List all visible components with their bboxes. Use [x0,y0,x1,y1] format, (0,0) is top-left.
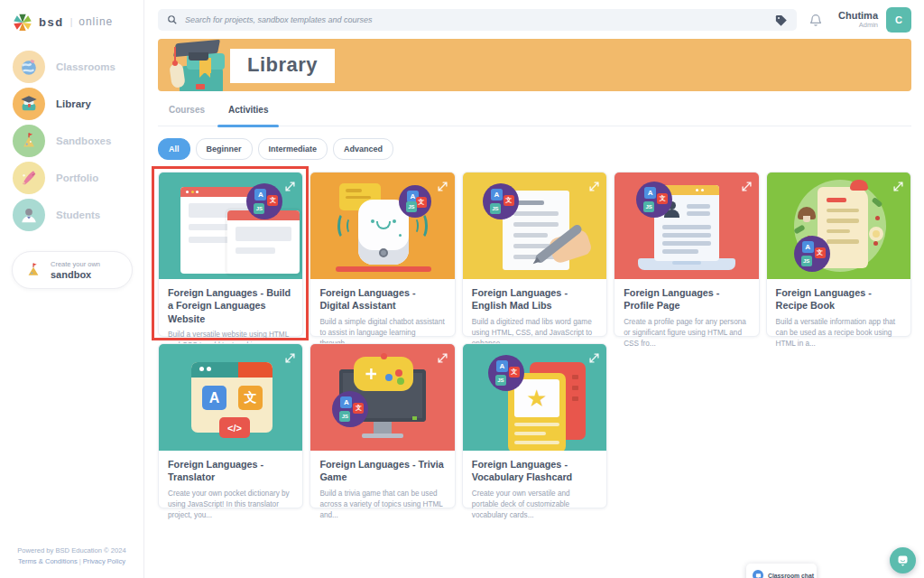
create-sandbox-label: Create your own sandbox [51,260,100,280]
card-illustration: A文</> [159,344,302,451]
brand-divider: | [70,17,73,27]
footer-separator: | [79,557,81,565]
expand-icon[interactable] [438,350,448,360]
sandcastle-icon [24,261,42,279]
card-title: Foreign Languages - Translator [168,458,293,484]
sidebar: bsd | online ClassroomsLibrarySandboxesP… [0,0,144,578]
card-title: Foreign Languages - Digital Assistant [319,286,445,312]
card-title: Foreign Languages - English Mad Libs [472,286,597,312]
expand-icon[interactable] [893,179,903,189]
card-title: Foreign Languages - Profile Page [624,286,749,312]
language-badge-icon: A文JS [636,182,672,218]
card-illustration: A文JS [310,172,454,279]
user-info: Chutima Admin [838,10,878,29]
page-title-box: Library [230,49,335,83]
filter-chip-beginner[interactable]: Beginner [196,138,253,160]
language-badge-icon: A文JS [488,355,524,391]
card-body: Foreign Languages - Trivia GameBuild a t… [310,451,454,521]
classroom-chat-popup[interactable]: Classroom chat [746,564,817,578]
sidebar-item-classrooms[interactable]: Classrooms [0,48,143,85]
sidebar-item-label: Library [56,98,91,109]
card-body: Foreign Languages - Vocabulary Flashcard… [463,451,606,521]
sidebar-item-portfolio[interactable]: Portfolio [0,159,143,196]
sidebar-nav: ClassroomsLibrarySandboxesPortfolioStude… [0,48,143,233]
students-icon [13,199,45,231]
card-title: Foreign Languages - Recipe Book [776,286,901,312]
page-title: Library [247,53,318,76]
card-illustration: A文JS [767,172,910,279]
language-badge-icon: A文JS [794,236,830,272]
search-icon [167,14,178,25]
privacy-link[interactable]: Privacy Policy [83,557,125,565]
tab-activities[interactable]: Activities [228,105,268,126]
filter-chip-advanced[interactable]: Advanced [333,138,393,160]
expand-icon[interactable] [589,350,599,360]
activity-card[interactable]: A文JSForeign Languages - Digital Assistan… [310,172,455,337]
filter-chip-intermediate[interactable]: Intermediate [258,138,328,160]
card-illustration: A文JS [159,172,302,279]
card-illustration: A文JS [614,172,758,279]
activity-card[interactable]: A文JSForeign Languages - Trivia GameBuild… [310,343,455,508]
search-input[interactable] [185,15,767,24]
avatar[interactable]: C [886,7,911,33]
activity-card[interactable]: ★A文JSForeign Languages - Vocabulary Flas… [462,343,607,508]
classroom-chat-label: Classroom chat [768,573,814,578]
filter-chip-all[interactable]: All [158,138,190,160]
card-title: Foreign Languages - Trivia Game [319,458,445,484]
card-title: Foreign Languages - Build a Foreign Lang… [168,286,293,325]
activity-card[interactable]: A文JSForeign Languages - English Mad Libs… [462,172,607,337]
language-badge-icon: A文JS [399,185,431,218]
sidebar-item-sandboxes[interactable]: Sandboxes [0,122,143,159]
brand-name-light: online [79,15,113,28]
activity-card[interactable]: A文JSForeign Languages - Profile PageCrea… [614,172,759,337]
main-content: Chutima Admin C Library CoursesActivitie… [145,0,924,578]
brand-name-bold: bsd [39,15,64,29]
sidebar-item-label: Classrooms [56,61,116,72]
expand-icon[interactable] [285,179,295,189]
card-description: Build a versatile information app that c… [776,317,901,350]
card-illustration: ★A文JS [463,344,606,451]
chat-launcher-button[interactable] [890,547,916,573]
card-description: Create a profile page for any persona or… [624,317,749,350]
library-banner: Library [158,39,911,91]
card-illustration: A文JS [463,172,606,279]
sandboxes-icon [13,125,45,157]
search-bar[interactable] [158,9,797,31]
expand-icon[interactable] [285,350,295,360]
card-description: Create your own pocket dictionary by usi… [168,489,293,522]
user-role: Admin [838,22,878,30]
create-sandbox-line1: Create your own [51,260,100,268]
card-body: Foreign Languages - English Mad LibsBuil… [463,279,606,350]
brand-logo[interactable]: bsd | online [0,0,143,32]
expand-icon[interactable] [438,179,448,189]
topbar: Chutima Admin C [145,0,924,39]
tab-courses[interactable]: Courses [169,105,205,126]
portfolio-icon [13,162,45,194]
card-body: Foreign Languages - Profile PageCreate a… [614,279,758,350]
sidebar-item-library[interactable]: Library [0,85,143,122]
expand-icon[interactable] [589,179,599,189]
card-description: Create your own versatile and portable d… [472,489,597,522]
terms-link[interactable]: Terms & Conditions [18,557,78,565]
cards-grid: A文JSForeign Languages - Build a Foreign … [158,172,911,508]
activity-card[interactable]: A文</>Foreign Languages - TranslatorCreat… [158,343,303,508]
sidebar-item-label: Portfolio [56,172,98,183]
bsd-pinwheel-icon [13,12,32,32]
card-illustration: A文JS [310,344,454,451]
sidebar-item-label: Sandboxes [56,135,111,146]
language-badge-icon: A文JS [483,183,519,219]
create-sandbox-button[interactable]: Create your own sandbox [12,251,133,289]
activity-card[interactable]: A文JSForeign Languages - Build a Foreign … [158,172,303,337]
sidebar-footer: Powered by BSD Education © 2024 Terms & … [0,545,143,567]
classrooms-icon [13,51,45,83]
expand-icon[interactable] [742,179,752,189]
library-books-illustration [167,39,232,91]
activity-card[interactable]: A文JSForeign Languages - Recipe BookBuild… [766,172,911,337]
library-icon [13,88,45,120]
notifications-bell-icon[interactable] [808,13,823,27]
chat-bubble-icon [896,554,910,567]
card-body: Foreign Languages - Recipe BookBuild a v… [767,279,910,350]
tag-filter-icon[interactable] [774,14,788,27]
sidebar-item-students[interactable]: Students [0,196,143,233]
language-badge-icon: A文JS [332,391,368,427]
